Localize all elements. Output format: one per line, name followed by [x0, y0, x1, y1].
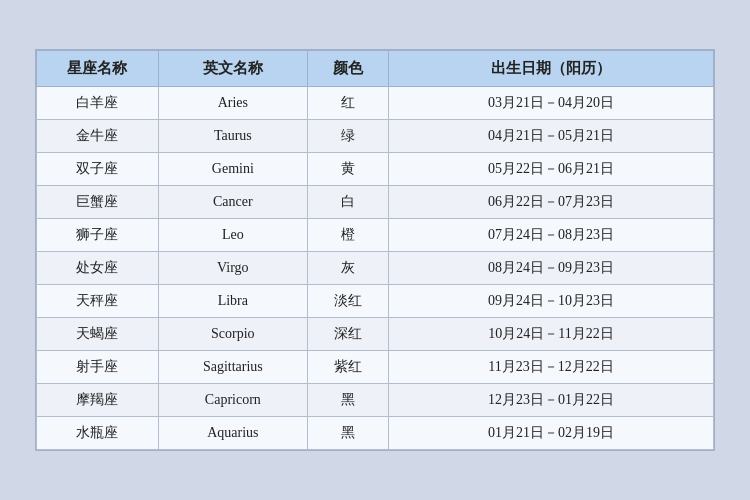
cell-chinese: 摩羯座: [37, 384, 159, 417]
cell-date: 09月24日－10月23日: [389, 285, 714, 318]
cell-chinese: 白羊座: [37, 87, 159, 120]
table-row: 处女座Virgo灰08月24日－09月23日: [37, 252, 714, 285]
header-chinese-name: 星座名称: [37, 51, 159, 87]
cell-english: Cancer: [158, 186, 307, 219]
cell-date: 08月24日－09月23日: [389, 252, 714, 285]
header-date: 出生日期（阳历）: [389, 51, 714, 87]
table-row: 摩羯座Capricorn黑12月23日－01月22日: [37, 384, 714, 417]
cell-color: 淡红: [307, 285, 388, 318]
cell-date: 04月21日－05月21日: [389, 120, 714, 153]
cell-english: Aquarius: [158, 417, 307, 450]
table-body: 白羊座Aries红03月21日－04月20日金牛座Taurus绿04月21日－0…: [37, 87, 714, 450]
cell-english: Sagittarius: [158, 351, 307, 384]
table-header-row: 星座名称 英文名称 颜色 出生日期（阳历）: [37, 51, 714, 87]
cell-chinese: 双子座: [37, 153, 159, 186]
cell-english: Leo: [158, 219, 307, 252]
cell-english: Taurus: [158, 120, 307, 153]
cell-color: 深红: [307, 318, 388, 351]
cell-chinese: 射手座: [37, 351, 159, 384]
cell-color: 白: [307, 186, 388, 219]
cell-color: 紫红: [307, 351, 388, 384]
table-row: 天蝎座Scorpio深红10月24日－11月22日: [37, 318, 714, 351]
cell-date: 11月23日－12月22日: [389, 351, 714, 384]
cell-english: Libra: [158, 285, 307, 318]
table-row: 巨蟹座Cancer白06月22日－07月23日: [37, 186, 714, 219]
cell-date: 07月24日－08月23日: [389, 219, 714, 252]
table-row: 双子座Gemini黄05月22日－06月21日: [37, 153, 714, 186]
cell-english: Virgo: [158, 252, 307, 285]
cell-color: 黑: [307, 384, 388, 417]
cell-date: 01月21日－02月19日: [389, 417, 714, 450]
header-english-name: 英文名称: [158, 51, 307, 87]
cell-chinese: 处女座: [37, 252, 159, 285]
cell-date: 05月22日－06月21日: [389, 153, 714, 186]
cell-english: Gemini: [158, 153, 307, 186]
table-row: 金牛座Taurus绿04月21日－05月21日: [37, 120, 714, 153]
cell-chinese: 狮子座: [37, 219, 159, 252]
cell-color: 黑: [307, 417, 388, 450]
cell-english: Capricorn: [158, 384, 307, 417]
cell-chinese: 天秤座: [37, 285, 159, 318]
cell-date: 06月22日－07月23日: [389, 186, 714, 219]
cell-color: 红: [307, 87, 388, 120]
cell-chinese: 巨蟹座: [37, 186, 159, 219]
cell-english: Aries: [158, 87, 307, 120]
cell-date: 12月23日－01月22日: [389, 384, 714, 417]
table-row: 狮子座Leo橙07月24日－08月23日: [37, 219, 714, 252]
table-row: 天秤座Libra淡红09月24日－10月23日: [37, 285, 714, 318]
table-row: 白羊座Aries红03月21日－04月20日: [37, 87, 714, 120]
cell-color: 灰: [307, 252, 388, 285]
header-color: 颜色: [307, 51, 388, 87]
cell-color: 橙: [307, 219, 388, 252]
cell-english: Scorpio: [158, 318, 307, 351]
cell-date: 10月24日－11月22日: [389, 318, 714, 351]
table-row: 水瓶座Aquarius黑01月21日－02月19日: [37, 417, 714, 450]
cell-color: 黄: [307, 153, 388, 186]
zodiac-table-container: 星座名称 英文名称 颜色 出生日期（阳历） 白羊座Aries红03月21日－04…: [35, 49, 715, 451]
zodiac-table: 星座名称 英文名称 颜色 出生日期（阳历） 白羊座Aries红03月21日－04…: [36, 50, 714, 450]
cell-chinese: 水瓶座: [37, 417, 159, 450]
cell-chinese: 天蝎座: [37, 318, 159, 351]
cell-date: 03月21日－04月20日: [389, 87, 714, 120]
cell-chinese: 金牛座: [37, 120, 159, 153]
table-row: 射手座Sagittarius紫红11月23日－12月22日: [37, 351, 714, 384]
cell-color: 绿: [307, 120, 388, 153]
